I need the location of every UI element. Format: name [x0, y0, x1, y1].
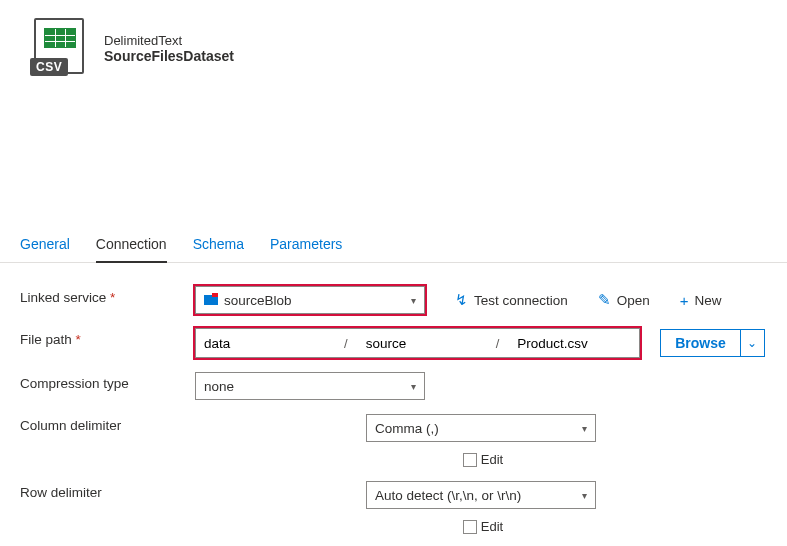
test-connection-icon: ↯	[455, 291, 468, 309]
browse-dropdown-button[interactable]: ⌄	[741, 329, 765, 357]
row-compression-type: Compression type none ▾	[20, 365, 767, 407]
tab-connection[interactable]: Connection	[96, 228, 167, 262]
storage-icon	[204, 295, 218, 305]
tab-schema[interactable]: Schema	[193, 228, 244, 262]
file-path-file-input[interactable]	[509, 329, 639, 357]
tab-parameters[interactable]: Parameters	[270, 228, 342, 262]
test-connection-button[interactable]: ↯ Test connection	[455, 291, 568, 309]
label-compression-type: Compression type	[20, 372, 195, 391]
dataset-name: SourceFilesDataset	[104, 48, 234, 64]
file-path-directory-input[interactable]	[358, 329, 486, 357]
csv-file-icon: CSV	[30, 18, 90, 78]
connection-form: Linked service * sourceBlob ▾ ↯ Test con…	[0, 263, 787, 541]
pencil-icon: ✎	[598, 291, 611, 309]
row-row-delimiter: Row delimiter Auto detect (\r,\n, or \r\…	[20, 474, 767, 541]
label-linked-service: Linked service *	[20, 286, 195, 305]
column-delimiter-dropdown[interactable]: Comma (,) ▾	[366, 414, 596, 442]
row-linked-service: Linked service * sourceBlob ▾ ↯ Test con…	[20, 279, 767, 321]
dataset-type-label: DelimitedText	[104, 33, 234, 48]
checkbox-icon	[463, 453, 477, 467]
linked-service-dropdown[interactable]: sourceBlob ▾	[195, 286, 425, 314]
chevron-down-icon: ▾	[411, 295, 416, 306]
file-path-group: / /	[195, 328, 640, 358]
label-file-path: File path *	[20, 328, 195, 347]
file-path-container-input[interactable]	[196, 329, 334, 357]
row-file-path: File path * / / Browse ⌄	[20, 321, 767, 365]
tab-bar: General Connection Schema Parameters	[0, 228, 787, 263]
browse-group: Browse ⌄	[660, 329, 765, 357]
compression-type-dropdown[interactable]: none ▾	[195, 372, 425, 400]
row-delimiter-edit-checkbox[interactable]: Edit	[463, 519, 503, 534]
label-column-delimiter: Column delimiter	[20, 414, 195, 433]
dataset-titles: DelimitedText SourceFilesDataset	[104, 33, 234, 64]
chevron-down-icon: ▾	[411, 381, 416, 392]
linked-service-value: sourceBlob	[224, 293, 292, 308]
tab-general[interactable]: General	[20, 228, 70, 262]
open-button[interactable]: ✎ Open	[598, 291, 650, 309]
row-delimiter-value: Auto detect (\r,\n, or \r\n)	[375, 488, 521, 503]
plus-icon: +	[680, 292, 689, 309]
label-row-delimiter: Row delimiter	[20, 481, 195, 500]
compression-type-value: none	[204, 379, 234, 394]
row-delimiter-dropdown[interactable]: Auto detect (\r,\n, or \r\n) ▾	[366, 481, 596, 509]
new-button[interactable]: + New	[680, 292, 722, 309]
column-delimiter-value: Comma (,)	[375, 421, 439, 436]
path-separator: /	[496, 336, 500, 351]
dataset-header: CSV DelimitedText SourceFilesDataset	[0, 0, 787, 78]
chevron-down-icon: ▾	[582, 490, 587, 501]
chevron-down-icon: ⌄	[747, 336, 757, 350]
chevron-down-icon: ▾	[582, 423, 587, 434]
browse-button[interactable]: Browse	[660, 329, 741, 357]
checkbox-icon	[463, 520, 477, 534]
row-column-delimiter: Column delimiter Comma (,) ▾ Edit	[20, 407, 767, 474]
column-delimiter-edit-checkbox[interactable]: Edit	[463, 452, 503, 467]
path-separator: /	[344, 336, 348, 351]
